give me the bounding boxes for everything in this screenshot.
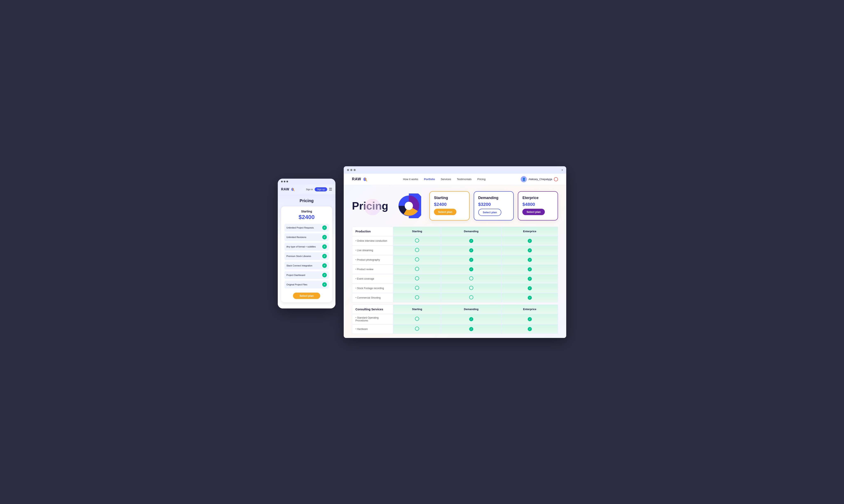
feature-text: Slack Connect Integration xyxy=(286,264,312,267)
mobile-plan-name: Starting xyxy=(284,210,329,213)
check-filled-icon xyxy=(528,327,532,331)
mobile-header: RAW Sign in Sign up ☰ xyxy=(278,184,336,194)
demanding-plan-name: Demanding xyxy=(478,196,509,200)
check-filled-icon xyxy=(528,317,532,321)
section-header-0: ProductionStartingDemandingEnterprice xyxy=(352,227,558,236)
plan-cards-container: Starting $2400 Select plan Demanding $32… xyxy=(429,191,558,220)
signin-button[interactable]: Sign in xyxy=(306,188,313,191)
feature-text: Unlimited Revisions xyxy=(286,236,306,238)
check-cell-2 xyxy=(501,324,558,334)
check-empty-icon xyxy=(415,248,419,252)
starting-plan-price: $2400 xyxy=(434,202,465,207)
svg-point-0 xyxy=(292,188,294,190)
check-filled-icon xyxy=(528,258,532,262)
mobile-dots xyxy=(281,181,288,182)
table-row: Commercial Shooting xyxy=(352,293,558,303)
browser-dot-1 xyxy=(347,169,349,171)
check-cell-1 xyxy=(441,293,501,303)
check-icon xyxy=(322,263,327,268)
browser-dot-3 xyxy=(354,169,356,171)
check-cell-0 xyxy=(393,265,441,274)
check-filled-icon xyxy=(469,239,473,243)
enterprise-plan-name: Eterprice xyxy=(522,196,554,200)
col-header-2: Enterprice xyxy=(501,305,558,314)
check-cell-2 xyxy=(501,274,558,284)
check-icon xyxy=(322,273,327,277)
check-empty-icon xyxy=(469,276,473,281)
check-cell-0 xyxy=(393,284,441,293)
svg-point-1 xyxy=(365,178,366,179)
mobile-feature-item: Premium Stock Libraries xyxy=(284,252,329,260)
check-empty-icon xyxy=(415,257,419,262)
nav-how-it-works[interactable]: How it works xyxy=(403,178,418,181)
section-header-1: Consulting ServicesStartingDemandingEnte… xyxy=(352,305,558,314)
mobile-feature-list: Unlimited Project RequestsUnlimited Revi… xyxy=(284,224,329,288)
col-header-2: Enterprice xyxy=(501,227,558,236)
check-filled-icon xyxy=(528,267,532,271)
check-cell-0 xyxy=(393,255,441,265)
nav-testimonials[interactable]: Testimonials xyxy=(457,178,472,181)
browser-frame: ▾ RAW How it works Portfolio Services xyxy=(344,166,566,338)
table-row: Live streaming xyxy=(352,246,558,255)
desktop-logo: RAW xyxy=(352,176,368,182)
browser-dot-2 xyxy=(350,169,352,171)
nav-portfolio[interactable]: Portfolio xyxy=(424,178,435,181)
check-cell-0 xyxy=(393,293,441,303)
desktop-logo-icon xyxy=(362,176,368,182)
enterprise-select-button[interactable]: Select plan xyxy=(522,209,545,215)
nav-pricing[interactable]: Pricing xyxy=(477,178,485,181)
check-icon xyxy=(322,226,327,230)
hamburger-icon[interactable]: ☰ xyxy=(329,187,332,192)
starting-select-button[interactable]: Select plan xyxy=(434,209,456,215)
check-empty-icon xyxy=(415,276,419,281)
feature-name: Hardware xyxy=(352,324,393,334)
feature-text: Original Project Files xyxy=(286,283,307,286)
mobile-select-plan-button[interactable]: Select plan xyxy=(293,293,320,299)
check-empty-icon xyxy=(469,295,473,300)
feature-name: Online interview conduction xyxy=(352,236,393,246)
user-name: Aleksey_Chepalyga xyxy=(528,178,552,181)
demanding-select-button[interactable]: Select plan xyxy=(478,209,502,216)
power-icon[interactable] xyxy=(554,177,558,181)
enterprise-plan-price: $4800 xyxy=(522,202,554,207)
desktop-nav: RAW How it works Portfolio Services Test… xyxy=(344,174,566,185)
plan-card-enterprise: Eterprice $4800 Select plan xyxy=(518,191,558,220)
pie-chart xyxy=(396,194,421,218)
feature-text: Premium Stock Libraries xyxy=(286,255,311,257)
mobile-feature-item: Any type of format + subtitles xyxy=(284,243,329,251)
col-header-0: Starting xyxy=(393,227,441,236)
feature-name: Commercial Shooting xyxy=(352,293,393,303)
mobile-body: Pricing Starting $2400 Unlimited Project… xyxy=(278,194,336,308)
dot-2 xyxy=(284,181,285,182)
table-row: Stock Footage recording xyxy=(352,284,558,293)
feature-name: Product review xyxy=(352,265,393,274)
mobile-feature-item: Slack Connect Integration xyxy=(284,262,329,270)
signup-button[interactable]: Sign up xyxy=(315,187,327,192)
check-cell-2 xyxy=(501,255,558,265)
dot-3 xyxy=(286,181,288,182)
mobile-frame: RAW Sign in Sign up ☰ Pricing Starting $… xyxy=(278,179,336,308)
mobile-pricing-title: Pricing xyxy=(281,198,332,203)
feature-text: Any type of format + subtitles xyxy=(286,246,316,248)
desktop-page: RAW How it works Portfolio Services Test… xyxy=(344,174,566,338)
check-filled-icon xyxy=(469,258,473,262)
check-cell-0 xyxy=(393,236,441,246)
check-empty-icon xyxy=(469,286,473,290)
plan-card-starting: Starting $2400 Select plan xyxy=(429,191,470,220)
check-icon xyxy=(322,254,327,258)
check-empty-icon xyxy=(415,317,419,321)
starting-plan-name: Starting xyxy=(434,196,465,200)
mobile-feature-item: Project Dashboard xyxy=(284,271,329,279)
mobile-feature-item: Unlimited Project Requests xyxy=(284,224,329,232)
demanding-plan-price: $3200 xyxy=(478,202,509,207)
check-cell-2 xyxy=(501,265,558,274)
check-filled-icon xyxy=(528,277,532,281)
pricing-title-area: Pricing xyxy=(352,200,388,211)
check-cell-2 xyxy=(501,293,558,303)
svg-point-3 xyxy=(405,202,413,210)
feature-name: Live streaming xyxy=(352,246,393,255)
check-empty-icon xyxy=(415,295,419,300)
nav-services[interactable]: Services xyxy=(441,178,451,181)
comparison-table: ProductionStartingDemandingEnterpriceOnl… xyxy=(352,227,558,334)
feature-name: Product photography xyxy=(352,255,393,265)
